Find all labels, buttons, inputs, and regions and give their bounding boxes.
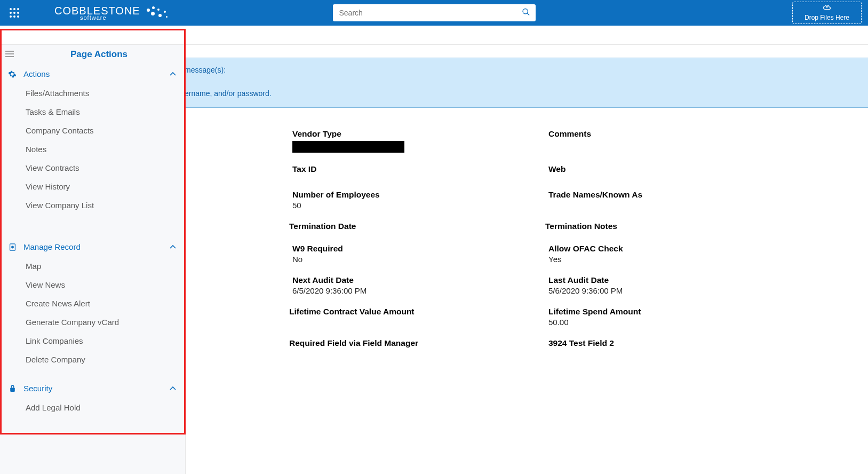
- record-icon: [7, 243, 17, 251]
- dropzone-label: Drop Files Here: [805, 14, 849, 21]
- sidebar-item-linkcompanies[interactable]: Link Companies: [26, 331, 185, 350]
- sidebar-section-manage[interactable]: Manage Record: [0, 235, 185, 257]
- page-actions-sidebar: Page Actions Actions Files/Attachments T…: [0, 45, 186, 474]
- chevron-up-icon: [169, 242, 177, 251]
- sidebar-title: Page Actions: [18, 49, 180, 60]
- sidebar-section-label: Manage Record: [23, 242, 169, 251]
- svg-line-1: [527, 13, 529, 15]
- field-label-ofac: Allow OFAC Check: [548, 244, 805, 254]
- field-label-taxid: Tax ID: [292, 164, 548, 174]
- alert-banner: message(s): ername, and/or password.: [186, 58, 868, 108]
- field-label-testfield: 3924 Test Field 2: [548, 338, 805, 348]
- field-label-tradenames: Trade Names/Known As: [548, 190, 805, 200]
- search-input[interactable]: [333, 4, 536, 21]
- sidebar-section-label: Actions: [23, 69, 169, 78]
- field-value-lastaudit: 5/6/2020 9:36:00 PM: [548, 286, 805, 295]
- sidebar-item-history[interactable]: View History: [26, 177, 185, 196]
- sidebar-section-label: Security: [23, 384, 169, 393]
- apps-grid-icon[interactable]: [6, 5, 22, 21]
- sidebar-item-contracts[interactable]: View Contracts: [26, 159, 185, 177]
- alert-line1: message(s):: [185, 66, 868, 74]
- sidebar-item-deletecompany[interactable]: Delete Company: [26, 350, 185, 369]
- chevron-up-icon: [169, 69, 177, 78]
- field-label-requiredfield: Required Field via Field Manager: [289, 338, 548, 348]
- file-dropzone[interactable]: Drop Files Here: [792, 2, 862, 24]
- field-value-nextaudit: 6/5/2020 9:36:00 PM: [292, 286, 548, 295]
- field-value-ofac: Yes: [548, 255, 805, 264]
- sidebar-item-companylist[interactable]: View Company List: [26, 196, 185, 215]
- sidebar-item-contacts[interactable]: Company Contacts: [26, 121, 185, 140]
- field-value-w9: No: [292, 255, 548, 264]
- search-icon[interactable]: [522, 8, 530, 18]
- brand-logo[interactable]: COBBLESTONE software: [54, 5, 171, 21]
- brand-sub: software: [80, 15, 140, 21]
- svg-point-0: [523, 9, 528, 14]
- sidebar-item-files[interactable]: Files/Attachments: [26, 84, 185, 102]
- field-label-nextaudit: Next Audit Date: [292, 275, 548, 285]
- field-label-vendortype: Vendor Type: [292, 129, 548, 139]
- actions-menu-list: Files/Attachments Tasks & Emails Company…: [0, 84, 185, 222]
- top-header: COBBLESTONE software Drop Files Here: [0, 0, 868, 26]
- main-content: message(s): ername, and/or password. Ven…: [186, 45, 868, 361]
- field-label-termdate: Termination Date: [289, 222, 548, 231]
- alert-line2: ername, and/or password.: [185, 89, 868, 98]
- sidebar-item-newsalert[interactable]: Create News Alert: [26, 294, 185, 313]
- upload-cloud-icon: [805, 4, 849, 12]
- sidebar-section-actions[interactable]: Actions: [0, 62, 185, 84]
- field-label-web: Web: [548, 164, 805, 174]
- sidebar-item-vcard[interactable]: Generate Company vCard: [26, 313, 185, 331]
- sidebar-section-security[interactable]: Security: [0, 376, 185, 398]
- field-label-termnotes: Termination Notes: [545, 222, 805, 231]
- search-container: [333, 4, 536, 21]
- manage-menu-list: Map View News Create News Alert Generate…: [0, 257, 185, 376]
- brand-dots-graphic: [145, 5, 171, 20]
- field-label-lastaudit: Last Audit Date: [548, 275, 805, 285]
- svg-rect-7: [10, 388, 15, 392]
- hamburger-icon[interactable]: [5, 50, 14, 59]
- field-value-lifetimespend: 50.00: [548, 318, 805, 327]
- sidebar-item-notes[interactable]: Notes: [26, 140, 185, 159]
- redacted-vendortype: [292, 141, 404, 153]
- field-label-comments: Comments: [548, 129, 805, 139]
- secondary-bar: [0, 26, 868, 45]
- field-value-employees: 50: [292, 201, 548, 210]
- sidebar-item-viewnews[interactable]: View News: [26, 275, 185, 294]
- fields-area: Vendor Type Comments Tax ID Web: [186, 129, 868, 349]
- field-label-lifetimespend: Lifetime Spend Amount: [548, 307, 805, 317]
- lock-icon: [7, 384, 17, 392]
- sidebar-item-tasks[interactable]: Tasks & Emails: [26, 102, 185, 121]
- field-label-lifetimecontract: Lifetime Contract Value Amount: [289, 307, 548, 317]
- security-menu-list: Add Legal Hold: [0, 398, 185, 424]
- field-label-w9: W9 Required: [292, 244, 548, 254]
- chevron-up-icon: [169, 384, 177, 393]
- field-label-employees: Number of Employees: [292, 190, 548, 200]
- sidebar-item-legalhold[interactable]: Add Legal Hold: [26, 398, 185, 417]
- gear-icon: [7, 70, 17, 78]
- svg-point-6: [11, 246, 13, 248]
- sidebar-item-map[interactable]: Map: [26, 257, 185, 275]
